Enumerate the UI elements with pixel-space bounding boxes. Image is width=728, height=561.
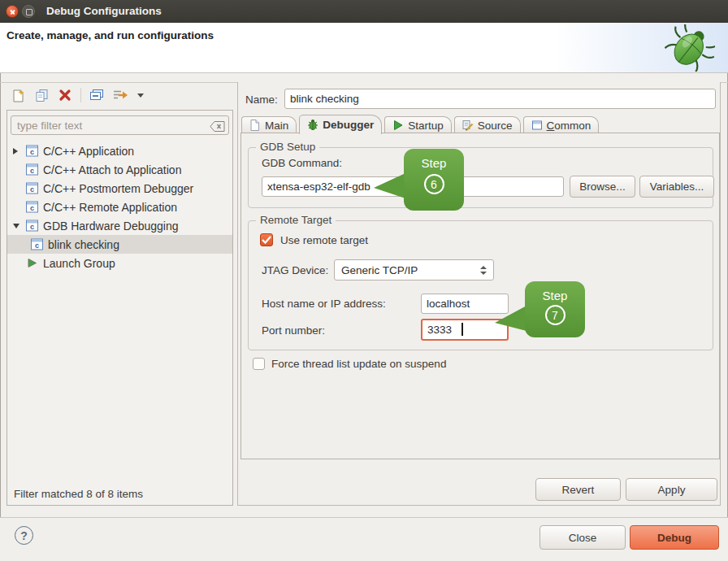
cpp-config-icon: c xyxy=(26,145,38,157)
step-6-number: 6 xyxy=(424,174,444,194)
tree-item-cpp-remote[interactable]: c C/C++ Remote Application xyxy=(7,198,232,216)
toolbar-menu-arrow-icon[interactable] xyxy=(136,87,145,103)
tab-common[interactable]: Common xyxy=(523,116,600,133)
startup-tab-icon xyxy=(392,120,404,131)
filter-input[interactable] xyxy=(11,115,229,135)
toolbar-separator xyxy=(80,88,81,102)
svg-text:c: c xyxy=(30,148,34,156)
configurations-sidebar: c C/C++ Application c C/C++ Attach to Ap… xyxy=(6,110,233,506)
name-label: Name: xyxy=(245,89,278,110)
tree-item-label: Launch Group xyxy=(43,257,115,270)
launch-group-icon xyxy=(26,257,38,269)
configuration-tabs: Main Debugger Startup xyxy=(241,114,599,133)
expander-collapsed-icon[interactable] xyxy=(13,148,24,154)
gdb-setup-title: GDB Setup xyxy=(256,141,319,153)
browse-button[interactable]: Browse... xyxy=(570,176,635,198)
duplicate-configuration-icon[interactable] xyxy=(33,87,50,103)
collapse-all-icon[interactable] xyxy=(89,87,105,103)
debugger-tab-icon xyxy=(307,119,318,130)
tree-item-gdb-hardware-debugging[interactable]: c GDB Hardware Debugging xyxy=(7,216,232,235)
tab-debugger[interactable]: Debugger xyxy=(299,115,382,134)
expander-expanded-icon[interactable] xyxy=(13,224,24,228)
step-6-callout-arrow xyxy=(372,167,406,208)
host-label: Host name or IP address: xyxy=(262,298,386,310)
jtag-device-combo[interactable]: Generic TCP/IP xyxy=(334,259,494,280)
cpp-config-icon: c xyxy=(31,238,43,250)
dialog-header: Create, manage, and run configurations xyxy=(0,23,728,73)
tree-item-label: C/C++ Application xyxy=(43,145,134,158)
cpp-config-icon: c xyxy=(26,220,38,232)
step-6-callout: Step 6 xyxy=(404,149,464,211)
step-7-callout: Step 7 xyxy=(525,281,585,337)
svg-text:c: c xyxy=(30,223,34,231)
new-configuration-icon[interactable] xyxy=(10,87,26,103)
common-tab-icon xyxy=(531,120,543,131)
force-thread-label: Force thread list update on suspend xyxy=(271,358,446,370)
gdb-command-label: GDB Command: xyxy=(262,157,342,169)
title-bar: Debug Configurations xyxy=(0,0,728,23)
tab-startup[interactable]: Startup xyxy=(384,116,452,133)
configurations-toolbar xyxy=(10,85,145,106)
tab-main[interactable]: Main xyxy=(241,116,297,133)
revert-button[interactable]: Revert xyxy=(535,478,621,501)
cpp-config-icon: c xyxy=(26,201,38,213)
configuration-detail-panel: Name: Main Debugge xyxy=(237,82,721,506)
tree-item-label: GDB Hardware Debugging xyxy=(43,220,179,233)
remote-target-title: Remote Target xyxy=(256,214,336,226)
tree-item-launch-group[interactable]: Launch Group xyxy=(7,254,232,272)
step-7-callout-arrow xyxy=(493,301,527,341)
debug-button[interactable]: Debug xyxy=(630,525,719,550)
apply-button[interactable]: Apply xyxy=(626,478,717,501)
configurations-tree: c C/C++ Application c C/C++ Attach to Ap… xyxy=(7,141,232,272)
svg-text:c: c xyxy=(30,204,34,212)
source-tab-icon xyxy=(462,120,474,131)
name-input[interactable] xyxy=(284,89,716,109)
tree-item-label: C/C++ Remote Application xyxy=(43,201,177,214)
help-button[interactable]: ? xyxy=(15,526,33,545)
gdb-setup-group: GDB Setup GDB Command: Browse... Variabl… xyxy=(248,147,713,208)
use-remote-target-label: Use remote target xyxy=(280,234,368,246)
main-tab-icon xyxy=(249,120,261,131)
tree-item-label: C/C++ Attach to Application xyxy=(43,163,181,176)
svg-text:c: c xyxy=(35,241,39,250)
port-label: Port number: xyxy=(262,324,325,337)
filter-status-text: Filter matched 8 of 8 items xyxy=(14,488,143,500)
dialog-header-title: Create, manage, and run configurations xyxy=(6,29,214,41)
step-7-number: 7 xyxy=(545,305,566,325)
combo-spinner-icon xyxy=(480,266,487,275)
tree-item-cpp-postmortem[interactable]: c C/C++ Postmortem Debugger xyxy=(7,179,232,198)
use-remote-target-checkbox[interactable] xyxy=(260,233,273,246)
svg-text:c: c xyxy=(30,167,34,175)
cpp-config-icon: c xyxy=(26,182,38,194)
bug-icon xyxy=(665,24,715,75)
tree-item-label: blink checking xyxy=(48,238,119,251)
svg-text:c: c xyxy=(30,185,34,194)
window-close-button[interactable] xyxy=(6,5,19,18)
tree-item-blink-checking-selected[interactable]: c blink checking xyxy=(7,235,232,254)
tree-item-cpp-attach[interactable]: c C/C++ Attach to Application xyxy=(7,160,232,179)
window-restore-button[interactable] xyxy=(22,5,35,18)
tab-source[interactable]: Source xyxy=(454,116,521,133)
remote-target-group: Remote Target Use remote target JTAG Dev… xyxy=(248,220,713,350)
debug-configurations-dialog: Debug Configurations Create, manage, and… xyxy=(0,0,728,561)
debugger-tab-content: GDB Setup GDB Command: Browse... Variabl… xyxy=(240,133,720,459)
cpp-config-icon: c xyxy=(26,163,38,176)
variables-button[interactable]: Variables... xyxy=(639,176,714,198)
tree-item-cpp-application[interactable]: c C/C++ Application xyxy=(7,141,232,160)
window-title: Debug Configurations xyxy=(46,0,162,23)
dialog-footer: ? Close Debug xyxy=(0,518,728,561)
close-button[interactable]: Close xyxy=(540,525,626,550)
jtag-device-label: JTAG Device: xyxy=(262,264,328,276)
filter-configurations-icon[interactable] xyxy=(112,87,128,103)
delete-configuration-icon[interactable] xyxy=(57,87,73,103)
tree-item-label: C/C++ Postmortem Debugger xyxy=(43,182,193,195)
force-thread-checkbox[interactable] xyxy=(253,358,265,370)
jtag-device-value: Generic TCP/IP xyxy=(341,264,418,276)
text-cursor xyxy=(462,323,463,336)
clear-filter-icon[interactable] xyxy=(210,120,225,135)
